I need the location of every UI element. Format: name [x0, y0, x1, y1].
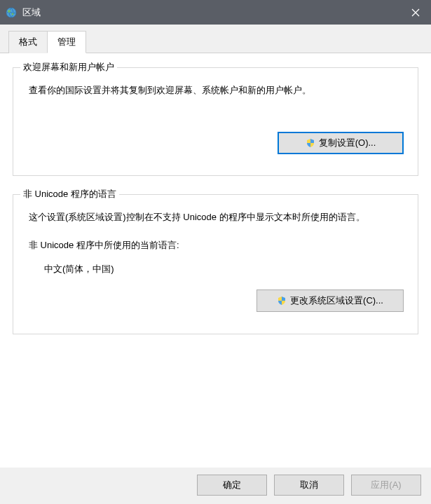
current-language-label: 非 Unicode 程序中所使用的当前语言:: [25, 239, 406, 252]
tab-format[interactable]: 格式: [8, 31, 48, 53]
groupbox-title-unicode: 非 Unicode 程序的语言: [20, 188, 119, 200]
button-row-copy: 复制设置(O)...: [25, 132, 406, 154]
current-language-value: 中文(简体，中国): [25, 263, 406, 275]
shield-icon: [306, 138, 315, 148]
apply-button: 应用(A): [351, 475, 421, 496]
change-locale-label: 更改系统区域设置(C)...: [290, 294, 383, 307]
cancel-button[interactable]: 取消: [274, 475, 344, 496]
copy-settings-label: 复制设置(O)...: [319, 137, 376, 149]
shield-icon: [277, 296, 287, 306]
button-row-change: 更改系统区域设置(C)...: [25, 290, 406, 312]
tabs-container: 格式 管理: [0, 25, 431, 53]
svg-point-1: [8, 10, 11, 13]
ok-button[interactable]: 确定: [197, 475, 267, 496]
unicode-description: 这个设置(系统区域设置)控制在不支持 Unicode 的程序中显示文本时所使用的…: [25, 210, 406, 225]
svg-point-2: [12, 13, 14, 15]
content-area: 格式 管理 欢迎屏幕和新用户帐户 查看你的国际设置并将其复制到欢迎屏幕、系统帐户…: [0, 25, 431, 465]
change-locale-button[interactable]: 更改系统区域设置(C)...: [256, 290, 404, 312]
groupbox-title-welcome: 欢迎屏幕和新用户帐户: [20, 61, 117, 74]
close-button[interactable]: [399, 0, 431, 25]
groupbox-non-unicode: 非 Unicode 程序的语言 这个设置(系统区域设置)控制在不支持 Unico…: [13, 194, 418, 334]
tab-content: 欢迎屏幕和新用户帐户 查看你的国际设置并将其复制到欢迎屏幕、系统帐户和新的用户帐…: [0, 53, 431, 468]
region-globe-icon: [6, 7, 17, 18]
window-title: 区域: [22, 6, 399, 19]
copy-settings-button[interactable]: 复制设置(O)...: [278, 132, 404, 154]
close-icon: [411, 8, 420, 17]
groupbox-welcome-screen: 欢迎屏幕和新用户帐户 查看你的国际设置并将其复制到欢迎屏幕、系统帐户和新的用户帐…: [13, 67, 418, 176]
welcome-description: 查看你的国际设置并将其复制到欢迎屏幕、系统帐户和新的用户帐户。: [25, 83, 406, 98]
titlebar: 区域: [0, 0, 431, 25]
dialog-buttons: 确定 取消 应用(A): [0, 465, 431, 504]
tab-admin[interactable]: 管理: [47, 31, 86, 53]
